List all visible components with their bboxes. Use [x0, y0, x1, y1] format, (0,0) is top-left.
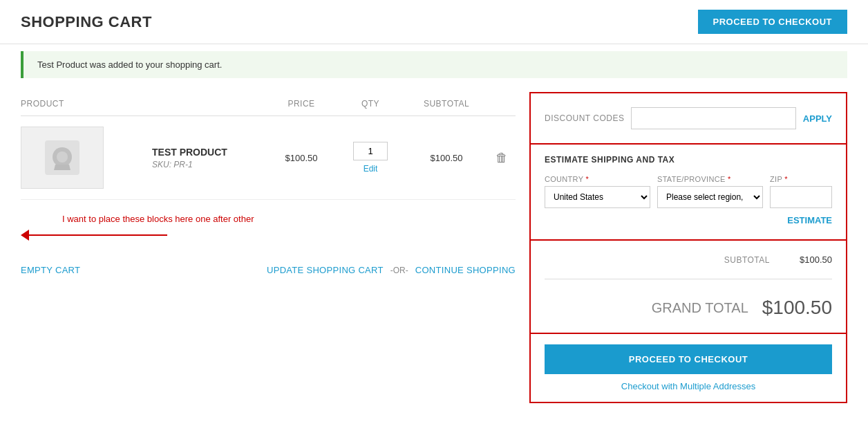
product-price: $100.50	[267, 153, 336, 163]
cart-section: PRODUCT PRICE QTY SUBTOTAL	[21, 92, 516, 403]
subtotal-row: SUBTOTAL $100.50	[545, 251, 832, 268]
totals-divider	[545, 279, 832, 279]
subtotal-label: SUBTOTAL	[724, 255, 770, 265]
country-label: COUNTRY *	[545, 175, 650, 183]
country-select[interactable]: United States	[545, 186, 650, 208]
cart-actions: EMPTY CART UPDATE SHOPPING CART -OR- CON…	[21, 265, 516, 275]
product-placeholder-icon	[41, 137, 83, 178]
col-header-price: PRICE	[267, 99, 336, 109]
apply-link[interactable]: APPLY	[803, 113, 832, 124]
discount-input[interactable]	[631, 107, 795, 129]
discount-row: DISCOUNT CODES APPLY	[545, 107, 832, 129]
empty-cart-link[interactable]: EMPTY CART	[21, 265, 80, 275]
discount-section: DISCOUNT CODES APPLY	[529, 92, 847, 145]
grand-total-label: GRAND TOTAL	[652, 300, 748, 316]
product-sku: SKU: PR-1	[152, 160, 267, 169]
shipping-fields: COUNTRY * United States STATE/PROVINCE *	[545, 175, 832, 208]
cart-table-header: PRODUCT PRICE QTY SUBTOTAL	[21, 92, 516, 116]
zip-field-group: ZIP *	[770, 175, 832, 208]
grand-total-row: GRAND TOTAL $100.50	[545, 290, 832, 322]
cart-row: TEST PRODUCT SKU: PR-1 $100.50 1 Edit $1…	[21, 116, 516, 200]
state-label: STATE/PROVINCE *	[657, 175, 763, 183]
grand-total-value: $100.50	[762, 297, 832, 319]
estimate-link[interactable]: ESTIMATE	[787, 215, 832, 225]
update-cart-link[interactable]: UPDATE SHOPPING CART	[267, 265, 384, 275]
arrow-line	[29, 234, 167, 236]
arrow-head-icon	[21, 230, 29, 241]
proceed-checkout-top-button[interactable]: PROCEED TO CHECKOUT	[698, 10, 848, 34]
estimate-title: ESTIMATE SHIPPING AND TAX	[545, 155, 832, 165]
qty-input[interactable]: 1	[353, 142, 388, 160]
product-image	[21, 127, 104, 189]
country-field-group: COUNTRY * United States	[545, 175, 650, 208]
discount-label: DISCOUNT CODES	[545, 113, 624, 123]
zip-required: *	[784, 175, 788, 183]
state-required: *	[728, 175, 731, 183]
success-message: Test Product was added to your shopping …	[21, 51, 847, 78]
country-required: *	[585, 175, 589, 183]
edit-link[interactable]: Edit	[336, 164, 405, 174]
page-title: SHOPPING CART	[21, 13, 152, 31]
svg-point-1	[57, 151, 68, 163]
product-name: TEST PRODUCT	[152, 147, 267, 158]
checkout-section: PROCEED TO CHECKOUT Checkout with Multip…	[529, 334, 847, 403]
multi-address-link[interactable]: Checkout with Multiple Addresses	[545, 381, 832, 391]
product-subtotal: $100.50	[405, 153, 488, 163]
arrow-container	[21, 230, 516, 241]
product-info: TEST PRODUCT SKU: PR-1	[145, 147, 267, 169]
state-field-group: STATE/PROVINCE * Please select region, s…	[657, 175, 763, 208]
delete-cell: 🗑	[488, 151, 516, 165]
subtotal-value: $100.50	[784, 254, 832, 265]
estimate-section: ESTIMATE SHIPPING AND TAX COUNTRY * Unit…	[529, 145, 847, 241]
annotation-text: I want to place these blocks here one af…	[62, 214, 516, 224]
zip-label: ZIP *	[770, 175, 832, 183]
estimate-link-row: ESTIMATE	[545, 215, 832, 225]
page-header: SHOPPING CART PROCEED TO CHECKOUT	[0, 0, 868, 44]
proceed-checkout-button[interactable]: PROCEED TO CHECKOUT	[545, 344, 832, 374]
right-panel: DISCOUNT CODES APPLY ESTIMATE SHIPPING A…	[529, 92, 847, 403]
col-header-qty: QTY	[336, 99, 405, 109]
col-header-subtotal: SUBTOTAL	[405, 99, 488, 109]
main-content: PRODUCT PRICE QTY SUBTOTAL	[0, 85, 868, 424]
state-select[interactable]: Please select region, state...	[657, 186, 763, 208]
annotation-area: I want to place these blocks here one af…	[21, 200, 516, 254]
zip-input[interactable]	[770, 186, 832, 208]
product-qty-cell: 1 Edit	[336, 142, 405, 174]
separator: -OR-	[390, 266, 408, 275]
col-header-product: PRODUCT	[21, 99, 145, 109]
delete-icon[interactable]: 🗑	[496, 151, 508, 165]
totals-section: SUBTOTAL $100.50 GRAND TOTAL $100.50	[529, 241, 847, 334]
continue-shopping-link[interactable]: CONTINUE SHOPPING	[415, 265, 516, 275]
